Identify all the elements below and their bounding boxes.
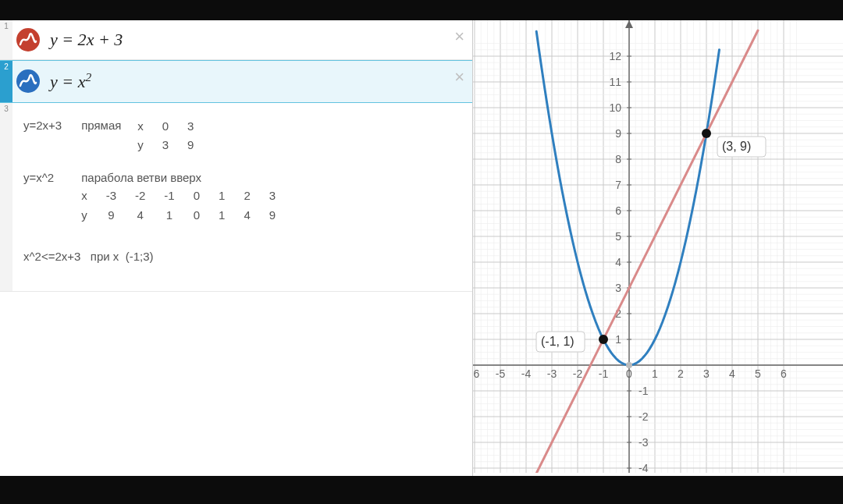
note-table-1: xy0339 <box>137 117 194 155</box>
svg-text:9: 9 <box>615 127 621 140</box>
expression-row-2[interactable]: 2 y = x2 × <box>0 60 472 102</box>
function-color-icon[interactable] <box>12 61 44 101</box>
expression-row-1[interactable]: 1 y = 2x + 3 × <box>0 20 472 60</box>
svg-point-170 <box>599 335 608 344</box>
svg-text:-5: -5 <box>496 367 506 380</box>
svg-text:-4: -4 <box>521 367 532 380</box>
delete-expression-button[interactable]: × <box>454 69 464 86</box>
svg-text:-6: -6 <box>473 367 479 380</box>
expression-input[interactable]: y = x2 <box>44 61 472 101</box>
note-desc: прямая <box>81 119 121 132</box>
note-line-1: y=2x+3 прямая xy0339 <box>23 117 466 155</box>
svg-text:1: 1 <box>615 333 621 346</box>
svg-text:12: 12 <box>609 50 621 62</box>
row-index: 1 <box>0 20 12 59</box>
svg-text:-3: -3 <box>638 436 649 449</box>
svg-text:-2: -2 <box>573 367 583 380</box>
svg-text:10: 10 <box>609 101 621 114</box>
note-desc: парабола ветви вверх <box>81 171 201 184</box>
svg-text:-4: -4 <box>638 462 649 473</box>
window-bottom-letterbox <box>0 476 843 504</box>
svg-text:7: 7 <box>615 179 621 191</box>
graph-area[interactable]: -6-5-4-3-2-10123456-4-3-2-11234567891011… <box>473 20 843 476</box>
notes-row[interactable]: 3 y=2x+3 прямая xy0339 y=x^2 парабола ве… <box>0 103 472 292</box>
notes-content[interactable]: y=2x+3 прямая xy0339 y=x^2 парабола ветв… <box>12 103 472 291</box>
svg-text:-1: -1 <box>599 367 609 380</box>
svg-text:3: 3 <box>615 282 621 294</box>
svg-text:6: 6 <box>781 367 787 380</box>
svg-text:(-1, 1): (-1, 1) <box>541 335 574 348</box>
svg-text:8: 8 <box>615 153 621 165</box>
note-label: y=2x+3 <box>23 117 78 135</box>
svg-text:-2: -2 <box>638 410 649 423</box>
note-line-2: y=x^2 парабола ветви вверх xy-39-24-1100… <box>23 169 466 225</box>
formula-text: y = 2x + 3 <box>50 30 123 50</box>
svg-text:11: 11 <box>609 76 621 88</box>
svg-point-169 <box>626 362 632 368</box>
svg-text:-1: -1 <box>638 385 649 397</box>
expression-panel: 1 y = 2x + 3 × 2 y = x2 × <box>0 20 473 476</box>
window-top-letterbox <box>0 0 843 20</box>
note-label: y=x^2 <box>23 169 78 187</box>
svg-text:(3, 9): (3, 9) <box>722 140 751 153</box>
function-color-icon[interactable] <box>12 20 44 59</box>
svg-text:4: 4 <box>729 367 735 380</box>
svg-text:1: 1 <box>652 367 658 380</box>
svg-text:3: 3 <box>703 367 710 380</box>
note-conclusion: x^2<=2x+3 при x (-1;3) <box>23 248 466 266</box>
graph-svg: -6-5-4-3-2-10123456-4-3-2-11234567891011… <box>473 20 843 473</box>
workspace: 1 y = 2x + 3 × 2 y = x2 × <box>0 20 843 476</box>
svg-point-173 <box>702 129 711 138</box>
row-index: 2 <box>0 61 12 101</box>
svg-text:5: 5 <box>615 230 621 243</box>
svg-text:6: 6 <box>615 204 621 217</box>
svg-text:5: 5 <box>755 367 761 380</box>
svg-text:2: 2 <box>678 367 684 380</box>
row-index: 3 <box>0 103 12 291</box>
svg-text:4: 4 <box>615 256 621 268</box>
svg-text:0: 0 <box>626 367 632 380</box>
formula-text: y = x2 <box>50 70 91 92</box>
delete-expression-button[interactable]: × <box>454 28 464 45</box>
note-table-2: xy-39-24-1100112439 <box>81 186 276 225</box>
svg-text:-3: -3 <box>547 367 557 380</box>
expression-input[interactable]: y = 2x + 3 <box>44 20 472 59</box>
